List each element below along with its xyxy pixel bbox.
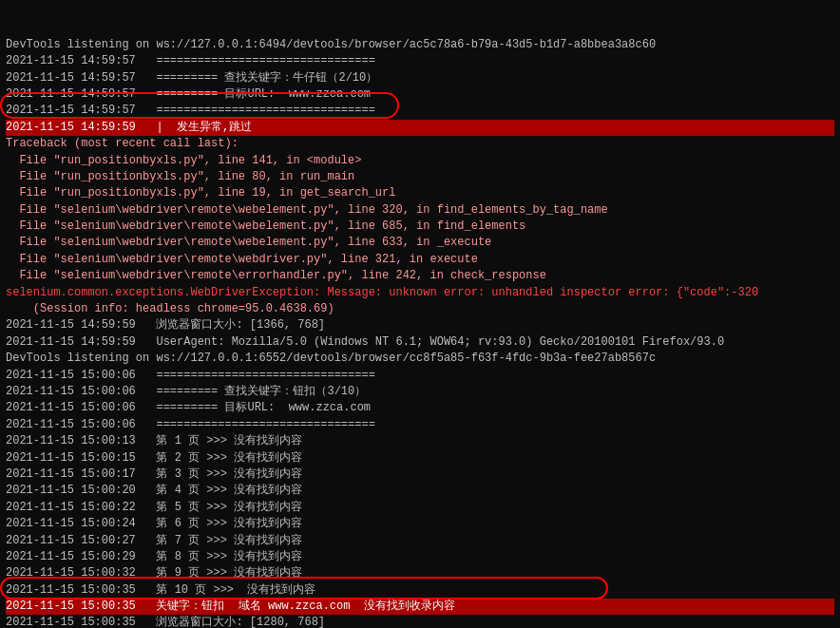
terminal-line-4: 2021-11-15 14:59:57 ====================… <box>6 103 834 119</box>
terminal-line-5: 2021-11-15 14:59:59 | 发生异常,跳过 <box>6 120 834 136</box>
terminal-line-28: 2021-11-15 15:00:17 第 3 页 >>> 没有找到内容 <box>6 466 834 483</box>
terminal-line-8: File "run_positionbyxls.py", line 80, in… <box>6 169 834 185</box>
terminal-line-7: File "run_positionbyxls.py", line 141, i… <box>6 153 834 169</box>
terminal-line-25: 2021-11-15 15:00:06 ====================… <box>6 417 834 433</box>
terminal-line-14: File "selenium\webdriver\remote\errorhan… <box>6 268 834 284</box>
terminal-line-24: 2021-11-15 15:00:06 ========= 目标URL: www… <box>6 400 834 416</box>
terminal-line-19: 2021-11-15 14:59:59 UserAgent: Mozilla/5… <box>6 334 834 351</box>
terminal-line-23: 2021-11-15 15:00:06 ========= 查找关键字：钮扣（3… <box>6 384 834 400</box>
terminal-line-16: (Session info: headless chrome=95.0.4638… <box>6 301 834 317</box>
terminal-line-11: File "selenium\webdriver\remote\webeleme… <box>6 219 834 235</box>
terminal-line-36: 2021-11-15 15:00:35 关键字：钮扣 域名 www.zzca.c… <box>6 599 834 615</box>
terminal-line-35: 2021-11-15 15:00:35 第 10 页 >>> 没有找到内容 <box>6 582 834 599</box>
terminal-line-21: DevTools listening on ws://127.0.0.1:655… <box>6 351 834 367</box>
terminal-line-33: 2021-11-15 15:00:29 第 8 页 >>> 没有找到内容 <box>6 549 834 565</box>
terminal-line-1: 2021-11-15 14:59:57 ====================… <box>6 53 834 69</box>
terminal-line-30: 2021-11-15 15:00:22 第 5 页 >>> 没有找到内容 <box>6 500 834 516</box>
terminal-line-9: File "run_positionbyxls.py", line 19, in… <box>6 185 834 201</box>
terminal-line-31: 2021-11-15 15:00:24 第 6 页 >>> 没有找到内容 <box>6 516 834 532</box>
terminal-line-2: 2021-11-15 14:59:57 ========= 查找关键字：牛仔钮（… <box>6 70 834 86</box>
terminal-line-13: File "selenium\webdriver\remote\webdrive… <box>6 252 834 268</box>
terminal-line-15: selenium.common.exceptions.WebDriverExce… <box>6 285 834 301</box>
terminal-line-12: File "selenium\webdriver\remote\webeleme… <box>6 235 834 251</box>
terminal-line-3: 2021-11-15 14:59:57 ========= 目标URL: www… <box>6 86 834 103</box>
terminal-line-6: Traceback (most recent call last): <box>6 136 834 152</box>
terminal-output: DevTools listening on ws://127.0.0.1:649… <box>0 0 840 628</box>
terminal-line-0: DevTools listening on ws://127.0.0.1:649… <box>6 37 834 53</box>
terminal-line-26: 2021-11-15 15:00:13 第 1 页 >>> 没有找到内容 <box>6 433 834 449</box>
terminal-line-34: 2021-11-15 15:00:32 第 9 页 >>> 没有找到内容 <box>6 565 834 581</box>
terminal-line-32: 2021-11-15 15:00:27 第 7 页 >>> 没有找到内容 <box>6 533 834 549</box>
terminal-line-27: 2021-11-15 15:00:15 第 2 页 >>> 没有找到内容 <box>6 450 834 466</box>
terminal-line-29: 2021-11-15 15:00:20 第 4 页 >>> 没有找到内容 <box>6 483 834 499</box>
terminal-line-22: 2021-11-15 15:00:06 ====================… <box>6 368 834 384</box>
terminal-line-10: File "selenium\webdriver\remote\webeleme… <box>6 202 834 219</box>
terminal-line-37: 2021-11-15 15:00:35 浏览器窗口大小: [1280, 768] <box>6 615 834 628</box>
terminal-line-18: 2021-11-15 14:59:59 浏览器窗口大小: [1366, 768] <box>6 317 834 333</box>
